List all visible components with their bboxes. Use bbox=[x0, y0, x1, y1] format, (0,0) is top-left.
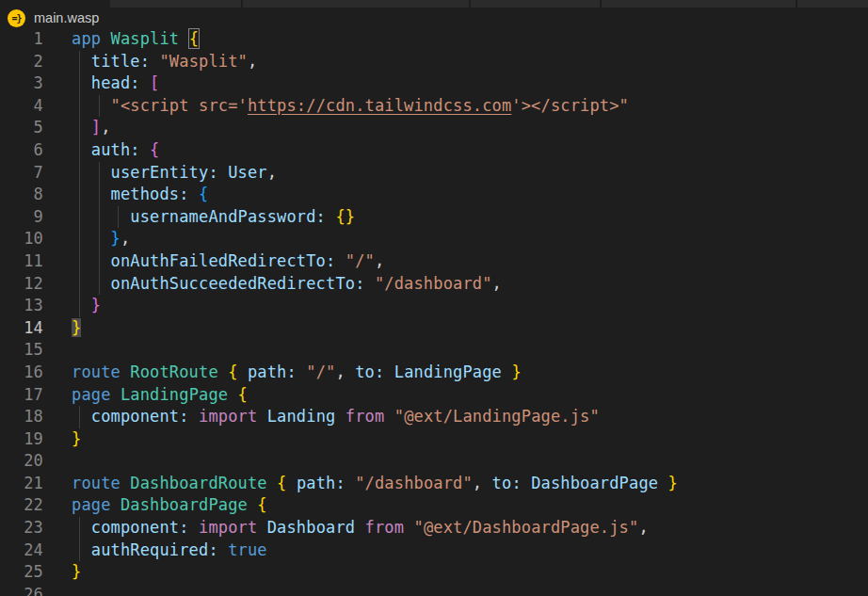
code-line[interactable]: 2 title: "Wasplit", bbox=[0, 51, 868, 73]
code-token: { bbox=[238, 385, 248, 404]
code-line[interactable]: 24 authRequired: true bbox=[0, 540, 868, 562]
code-line-content: } bbox=[72, 317, 81, 340]
code-line[interactable]: 8 methods: { bbox=[0, 184, 868, 206]
code-line[interactable]: 15 bbox=[0, 339, 868, 362]
indent-guide bbox=[79, 540, 80, 562]
code-token: "@ext/LandingPage.js" bbox=[394, 407, 600, 426]
code-line-content: } bbox=[72, 295, 101, 317]
line-number: 18 bbox=[0, 406, 43, 428]
indent-guide bbox=[79, 117, 80, 139]
code-token: } bbox=[72, 429, 81, 448]
code-area[interactable]: 1app Wasplit {2 title: "Wasplit",3 head:… bbox=[0, 28, 868, 596]
code-token: } bbox=[668, 474, 678, 492]
line-number: 11 bbox=[0, 250, 43, 273]
indent-guide bbox=[79, 162, 80, 185]
file-name-label[interactable]: main.wasp bbox=[34, 10, 99, 25]
code-token bbox=[326, 207, 335, 226]
indent-guide bbox=[79, 51, 80, 73]
code-line[interactable]: 26 bbox=[0, 584, 868, 596]
code-token: { bbox=[228, 362, 248, 381]
code-line-content: component: import Dashboard from "@ext/D… bbox=[72, 517, 649, 540]
line-number: 23 bbox=[0, 517, 43, 540]
code-line-content: userEntity: User, bbox=[72, 162, 277, 185]
code-line-content: head: [ bbox=[72, 72, 159, 95]
code-line[interactable]: 22page DashboardPage { bbox=[0, 494, 868, 517]
code-line-content: page LandingPage { bbox=[72, 384, 248, 407]
code-token: true bbox=[228, 540, 267, 559]
code-token bbox=[218, 540, 228, 559]
code-line-content: usernameAndPassword: {} bbox=[72, 206, 355, 229]
line-number: 15 bbox=[0, 339, 43, 362]
code-token bbox=[140, 140, 150, 159]
code-line[interactable]: 9 usernameAndPassword: {} bbox=[0, 206, 868, 229]
code-token bbox=[365, 274, 375, 293]
code-token: DashboardPage bbox=[531, 474, 667, 492]
code-token: , bbox=[248, 52, 257, 71]
line-number: 3 bbox=[0, 72, 43, 95]
code-line[interactable]: 14} bbox=[0, 317, 868, 340]
indent-guide bbox=[99, 95, 100, 118]
indent-guide bbox=[99, 273, 100, 296]
code-token: '></script>" bbox=[511, 96, 629, 115]
code-token: , bbox=[473, 474, 492, 492]
code-line[interactable]: 13 } bbox=[0, 295, 868, 317]
code-line[interactable]: 6 auth: { bbox=[0, 139, 868, 162]
code-token bbox=[346, 474, 355, 492]
line-number: 21 bbox=[0, 473, 43, 495]
active-tab-edge[interactable] bbox=[0, 0, 110, 8]
tab-bar[interactable] bbox=[0, 0, 868, 8]
code-line[interactable]: 25} bbox=[0, 561, 868, 584]
code-token bbox=[189, 185, 199, 203]
code-line-content: route DashboardRoute { path: "/dashboard… bbox=[72, 473, 678, 495]
line-number: 22 bbox=[0, 494, 43, 517]
code-token: app bbox=[72, 29, 111, 48]
code-token: component: bbox=[72, 407, 189, 426]
code-line[interactable]: 5 ], bbox=[0, 117, 868, 139]
code-token: { bbox=[199, 185, 208, 203]
code-token: Wasplit bbox=[111, 29, 189, 48]
code-token: from bbox=[346, 407, 394, 426]
code-token: } bbox=[72, 318, 81, 337]
code-line[interactable]: 23 component: import Dashboard from "@ex… bbox=[0, 517, 868, 540]
code-token: { bbox=[277, 474, 297, 492]
line-number: 7 bbox=[0, 162, 43, 185]
code-token bbox=[384, 362, 394, 381]
line-number: 12 bbox=[0, 273, 43, 296]
code-token: component: bbox=[72, 518, 189, 537]
code-token: import bbox=[199, 407, 267, 426]
code-line[interactable]: 21route DashboardRoute { path: "/dashboa… bbox=[0, 473, 868, 495]
code-line[interactable]: 10 }, bbox=[0, 228, 868, 250]
code-line[interactable]: 18 component: import Landing from "@ext/… bbox=[0, 406, 868, 428]
code-line[interactable]: 16route RootRoute { path: "/", to: Landi… bbox=[0, 362, 868, 384]
code-token: title: bbox=[72, 52, 150, 71]
line-number: 19 bbox=[0, 428, 43, 451]
code-token: https://cdn.tailwindcss.com bbox=[248, 96, 511, 115]
line-number: 10 bbox=[0, 228, 43, 250]
code-token: auth: bbox=[72, 140, 140, 159]
code-line[interactable]: 7 userEntity: User, bbox=[0, 162, 868, 185]
code-token: route bbox=[72, 362, 130, 381]
code-token: User bbox=[228, 163, 267, 182]
code-token: {} bbox=[335, 207, 355, 226]
code-line[interactable]: 11 onAuthFailedRedirectTo: "/", bbox=[0, 250, 868, 273]
code-token: , bbox=[492, 274, 502, 293]
code-line-content: route RootRoute { path: "/", to: Landing… bbox=[72, 362, 522, 384]
code-token: { bbox=[150, 140, 159, 159]
code-token: methods: bbox=[72, 185, 189, 203]
indent-guide bbox=[79, 517, 80, 540]
code-line[interactable]: 17page LandingPage { bbox=[0, 384, 868, 407]
code-line[interactable]: 20 bbox=[0, 450, 868, 473]
code-token: , bbox=[121, 229, 130, 248]
code-line-content: onAuthFailedRedirectTo: "/", bbox=[72, 250, 384, 273]
code-line-content: } bbox=[72, 561, 81, 584]
code-line[interactable]: 12 onAuthSucceededRedirectTo: "/dashboar… bbox=[0, 273, 868, 296]
code-line-content: page DashboardPage { bbox=[72, 494, 267, 517]
code-token: to: bbox=[492, 474, 522, 492]
code-line[interactable]: 1app Wasplit { bbox=[0, 28, 868, 51]
line-number: 17 bbox=[0, 384, 43, 407]
code-line[interactable]: 3 head: [ bbox=[0, 72, 868, 95]
code-token: RootRoute bbox=[130, 362, 228, 381]
code-line[interactable]: 19} bbox=[0, 428, 868, 451]
indent-guide bbox=[118, 206, 119, 229]
code-line[interactable]: 4 "<script src='https://cdn.tailwindcss.… bbox=[0, 95, 868, 118]
